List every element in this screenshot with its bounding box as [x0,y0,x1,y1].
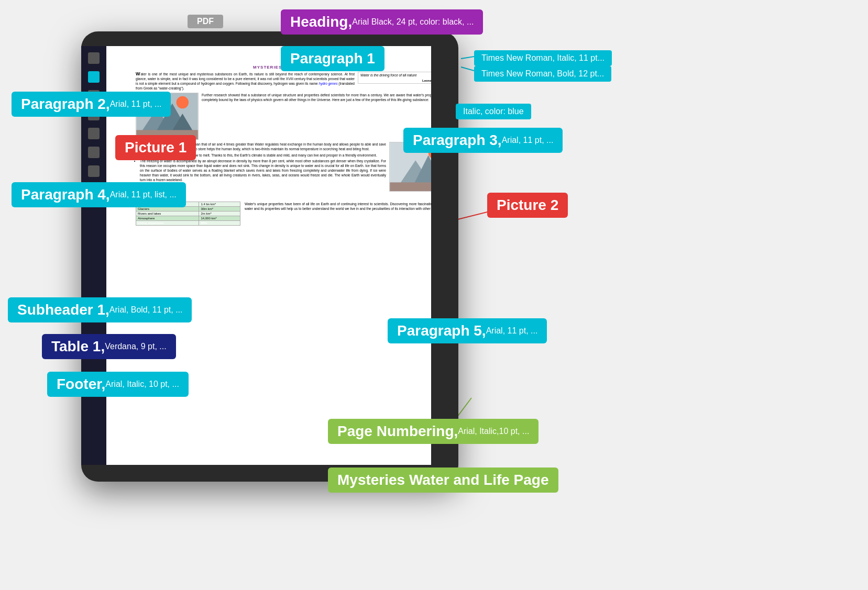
table-row: Atmosphere14,000 km³ [136,216,240,221]
paragraph2-detail: Arial, 11 pt, ... [110,99,162,109]
table-row: Living organisms65% [136,221,240,226]
mysteries-page-label: Mysteries Water and Life Page [328,467,558,493]
pdf-label: PDF [188,15,223,28]
paragraph5-label: Paragraph 5, Arial, 11 pt, ... [388,318,547,343]
sidebar-icon-7 [88,165,100,177]
doc-list-item-3: The freezing of water is accompanied by … [140,159,431,182]
svg-rect-25 [390,183,431,192]
heading-label-detail: Arial Black, 24 pt, color: black, ... [352,17,474,27]
mysteries-page-text: Mysteries Water and Life Page [337,472,549,488]
heading-label: Heading, Arial Black, 24 pt, color: blac… [281,9,483,35]
picture1-text: Picture 1 [125,139,186,156]
italic-blue-label: Italic, color: blue [456,104,531,119]
sidebar-icon-1 [88,52,100,64]
document-content: MYSTERIES OF WATER AND LIFE Water is the… [131,61,431,465]
page-numbering-detail: Arial, Italic,10 pt, ... [458,427,529,436]
paragraph4-text: Paragraph 4, [21,186,110,203]
subheader1-text: Subheader 1, [17,302,109,318]
paragraph2-label: Paragraph 2, Arial, 11 pt, ... [12,92,171,117]
times-italic-label: Times New Roman, Italic, 11 pt... [474,50,612,66]
paragraph3-detail: Arial, 11 pt, ... [502,136,554,145]
sidebar-icon-5 [88,128,100,139]
paragraph3-text: Paragraph 3, [413,132,502,149]
footer-text: Footer, [57,376,105,393]
doc-quote-author: Leonardo da Vinci [358,78,431,83]
doc-quote-box: Water is the driving force of all nature… [358,72,431,84]
page-numbering-label: Page Numbering, Arial, Italic,10 pt, ... [328,419,539,444]
picture2-label: Picture 2 [487,193,568,218]
paragraph5-text: Paragraph 5, [397,322,486,339]
paragraph2-text: Paragraph 2, [21,96,110,113]
paragraph1-label-text: Paragraph 1 [290,50,375,67]
picture2-text: Picture 2 [497,197,558,214]
subheader1-label: Subheader 1, Arial, Bold, 11 pt, ... [8,297,192,322]
paragraph4-detail: Arial, 11 pt, list, ... [110,190,177,199]
sidebar-icon-2 [88,71,100,83]
times-italic-text: Times New Roman, Italic, 11 pt... [481,53,605,63]
sidebar-icon-6 [88,147,100,158]
footer-label: Footer, Arial, Italic, 10 pt, ... [47,372,189,397]
paragraph3-label: Paragraph 3, Arial, 11 pt, ... [403,128,563,153]
table-row: Rivers and lakes2m km³ [136,211,240,216]
table1-label: Table 1, Verdana, 9 pt, ... [42,334,176,359]
table1-text: Table 1, [51,338,105,355]
svg-line-3 [461,67,474,71]
doc-paragraph5: Water's unique properties have been of a… [245,202,431,211]
footer-detail: Arial, Italic, 10 pt, ... [105,380,179,389]
blue-italic-text: hydro genes [319,82,338,85]
page-numbering-text: Page Numbering, [337,423,458,440]
table-row: Glaciers30m km³ [136,207,240,211]
paragraph5-detail: Arial, 11 pt, ... [486,326,538,336]
times-bold-text: Times New Roman, Bold, 12 pt... [481,69,604,79]
picture1-label: Picture 1 [115,135,196,160]
table1-detail: Verdana, 9 pt, ... [105,342,166,351]
paragraph1-label: Paragraph 1 [281,46,384,71]
italic-blue-text: Italic, color: blue [463,107,524,116]
subheader1-detail: Arial, Bold, 11 pt, ... [109,305,183,315]
paragraph4-label: Paragraph 4, Arial, 11 pt, list, ... [12,182,186,207]
times-bold-label: Times New Roman, Bold, 12 pt... [474,66,611,82]
heading-label-text: Heading, [290,14,352,30]
svg-line-2 [461,57,474,59]
doc-quote-italic: Water is the driving force of all nature [358,72,431,78]
svg-point-19 [177,96,189,108]
